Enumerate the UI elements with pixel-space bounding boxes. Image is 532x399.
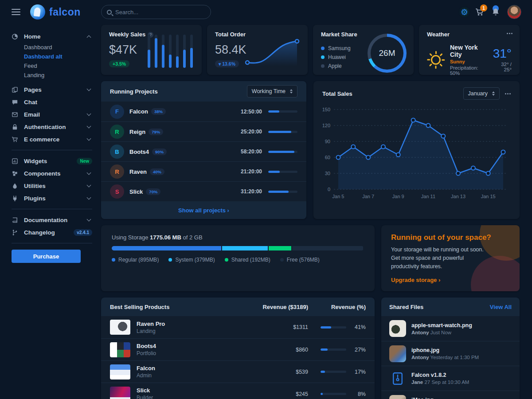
weather-condition: Sunny <box>450 59 488 64</box>
project-row[interactable]: R Raven 40% 21:20:00 <box>101 161 306 181</box>
sidebar-item-home[interactable]: Home <box>12 30 92 43</box>
svg-text:Jan 9: Jan 9 <box>392 194 404 199</box>
sidebar-nav: Home Dashboard Dashboard alt Feed Landin… <box>0 24 101 399</box>
sidebar-item-widgets[interactable]: Widgets New <box>12 155 92 167</box>
product-percent: 41% <box>346 324 366 330</box>
project-progress-bar <box>268 110 297 113</box>
sidebar-item-components[interactable]: Components <box>12 167 92 180</box>
sidebar-item-documentation[interactable]: Documentation <box>12 214 92 226</box>
total-order-card: Total Order 58.4K ▾ 13.6% <box>207 25 308 75</box>
product-percent: 8% <box>346 391 366 397</box>
product-row[interactable]: FalconAdmin $539 17% <box>101 360 375 383</box>
product-revenue: $245 <box>255 391 308 397</box>
project-row[interactable]: B Boots4 90% 58:20:00 <box>101 141 306 161</box>
sidebar-item-authentication[interactable]: Authentication <box>12 121 92 133</box>
product-progress-bar <box>321 348 346 351</box>
sidebar-item-utilities[interactable]: Utilities <box>12 180 92 192</box>
chevron-down-icon <box>87 87 91 91</box>
project-percent-badge: 70% <box>146 188 160 195</box>
product-percent: 27% <box>346 347 366 353</box>
upgrade-storage-card: Running out of your space? Your storage … <box>381 225 520 291</box>
total-sales-card: Total Sales January 0306090120150Jan 5Ja… <box>313 81 520 219</box>
sidebar-item-dashboard-alt[interactable]: Dashboard alt <box>12 52 92 61</box>
product-thumbnail <box>110 387 130 399</box>
sidebar-item-ecommerce[interactable]: E commerce <box>12 133 92 145</box>
falcon-logo[interactable]: falcon <box>30 4 81 20</box>
total-sales-line-chart: 0306090120150Jan 5Jan 7Jan 9Jan 11Jan 13… <box>317 102 514 208</box>
svg-text:Jan 13: Jan 13 <box>451 194 466 199</box>
sidebar-item-chat[interactable]: Chat <box>12 96 92 108</box>
cart-button[interactable]: 1 <box>475 8 484 16</box>
project-progress-bar <box>268 191 297 193</box>
storage-label: Using Storage 1775.06 MB of 2 GB <box>112 234 364 241</box>
show-all-projects-link[interactable]: Show all projects › <box>178 207 229 214</box>
project-percent-badge: 38% <box>151 108 166 115</box>
chevron-down-icon <box>87 196 91 200</box>
svg-text:60: 60 <box>325 155 330 160</box>
project-row[interactable]: F Falcon 38% 12:50:00 <box>101 102 306 121</box>
upgrade-storage-link[interactable]: Upgrade storage › <box>391 277 440 283</box>
chevron-down-icon <box>87 137 91 141</box>
product-row[interactable]: SlickBuilder $245 8% <box>101 383 375 399</box>
sidebar-item-email[interactable]: Email <box>12 108 92 121</box>
weekly-sales-title: Weekly Sales <box>109 31 145 38</box>
project-avatar: B <box>110 145 124 159</box>
purchase-button[interactable]: Purchase <box>12 250 81 263</box>
project-avatar: F <box>110 105 124 119</box>
project-time: 58:20:00 <box>235 149 262 155</box>
shared-files-title: Shared Files <box>389 304 423 310</box>
shared-file-row[interactable]: iphone.jpg Antony Yesterday at 1:30 PM <box>381 341 520 366</box>
search-box[interactable] <box>101 5 211 19</box>
puzzle-icon <box>12 170 19 177</box>
chat-icon <box>12 99 19 106</box>
sidebar-item-plugins[interactable]: Plugins <box>12 192 92 204</box>
email-icon <box>12 111 19 118</box>
running-projects-card: Running Projects Working Time F Falcon 3… <box>101 81 306 219</box>
sidebar-item-landing[interactable]: Landing <box>12 70 92 80</box>
shared-file-row[interactable]: Falcon v1.8.2 Jane 27 Sep at 10:30 AM <box>381 366 520 391</box>
ellipsis-menu-icon[interactable] <box>505 93 511 94</box>
product-row[interactable]: Raven ProLanding $1311 41% <box>101 316 375 338</box>
svg-text:30: 30 <box>325 171 330 176</box>
file-thumbnail <box>389 395 406 399</box>
settings-gear-icon[interactable] <box>461 8 468 16</box>
shared-file-row[interactable]: iMac.jpg Rowen 23 Sep at 6:10 PM <box>381 391 520 399</box>
product-progress-bar <box>321 393 346 395</box>
product-progress-bar <box>321 326 346 329</box>
project-percent-badge: 79% <box>149 129 163 135</box>
version-badge: v2.4.1 <box>74 229 92 236</box>
sidebar-item-pages[interactable]: Pages <box>12 83 92 96</box>
top-navbar: falcon 1 <box>0 0 532 24</box>
search-input[interactable] <box>115 9 205 16</box>
shared-file-row[interactable]: apple-smart-watch.png Antony Just Now <box>381 316 520 341</box>
project-row[interactable]: S Slick 70% 31:20:00 <box>101 181 306 201</box>
view-all-link[interactable]: View All <box>490 304 512 310</box>
total-order-badge: ▾ 13.6% <box>215 60 239 67</box>
chart-pie-icon <box>12 33 19 40</box>
ellipsis-menu-icon[interactable] <box>505 30 513 36</box>
sidebar-item-feed[interactable]: Feed <box>12 61 92 70</box>
chevron-down-icon <box>87 124 91 129</box>
running-projects-title: Running Projects <box>110 88 158 95</box>
user-avatar[interactable] <box>507 5 521 19</box>
storage-segment <box>222 246 269 250</box>
pages-icon <box>12 86 19 93</box>
product-row[interactable]: Boots4Portfolio $860 27% <box>101 338 375 360</box>
project-progress-bar <box>268 131 297 133</box>
svg-text:Jan 7: Jan 7 <box>362 194 374 199</box>
sidebar-item-dashboard[interactable]: Dashboard <box>12 43 92 52</box>
file-thumbnail <box>389 320 406 337</box>
month-select[interactable]: January <box>463 87 500 100</box>
project-row[interactable]: R Reign 79% 25:20:00 <box>101 121 306 141</box>
sidebar-item-changelog[interactable]: Changelog v2.4.1 <box>12 226 92 239</box>
search-icon <box>107 10 112 15</box>
notifications-button[interactable] <box>491 8 500 16</box>
chevron-down-icon <box>87 171 91 175</box>
bsp-col-percent: Revenue (%) <box>308 304 366 310</box>
working-time-select[interactable]: Working Time <box>247 85 297 98</box>
weekly-sales-card: Weekly Sales $47K +3.5% <box>101 25 202 75</box>
hamburger-menu-icon[interactable] <box>12 7 20 17</box>
sidebar-divider <box>12 243 92 243</box>
book-icon <box>12 217 19 223</box>
svg-text:90: 90 <box>325 139 330 144</box>
